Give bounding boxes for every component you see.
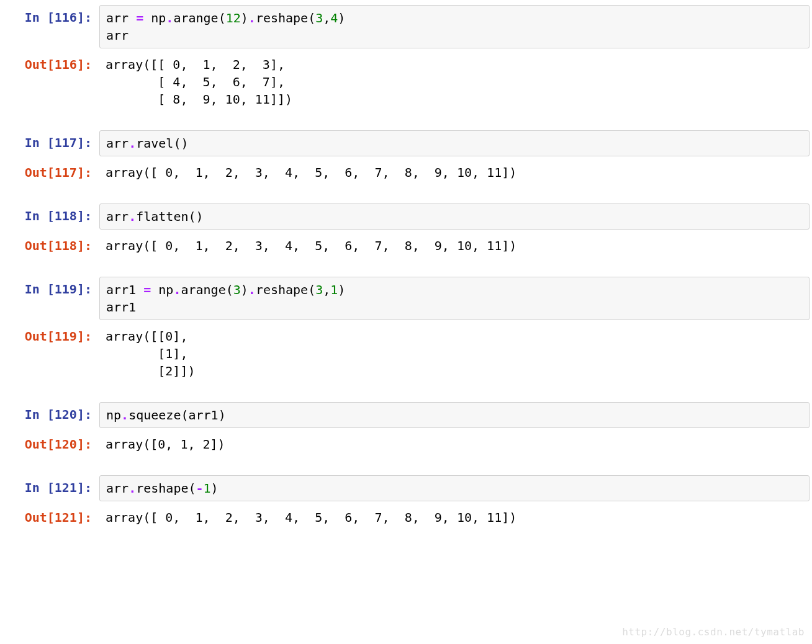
cell-separator [0,387,812,402]
code-token: reshape( [136,481,196,496]
code-token: 3 [233,282,241,297]
code-token: arr [106,28,129,43]
code-input[interactable]: arr.reshape(-1) [99,475,810,501]
input-prompt: In [121]: [0,475,99,501]
output-prompt: Out[119]: [0,324,99,383]
output-text: array([ 0, 1, 2, 3, 4, 5, 6, 7, 8, 9, 10… [99,160,812,185]
cell-separator [0,189,812,203]
output-prompt: Out[121]: [0,505,99,530]
code-token: 1 [204,481,211,496]
output-text: array([[ 0, 1, 2, 3], [ 4, 5, 6, 7], [ 8… [99,52,812,112]
code-token: flatten() [136,209,203,224]
output-text: array([ 0, 1, 2, 3, 4, 5, 6, 7, 8, 9, 10… [99,233,812,258]
code-input[interactable]: arr1 = np.arange(3).reshape(3,1) arr1 [99,277,810,320]
input-prompt: In [119]: [0,277,99,320]
code-token: = [136,11,143,25]
cell-input: In [117]:arr.ravel() [0,130,812,156]
code-token: . [166,11,173,25]
cell-input: In [120]:np.squeeze(arr1) [0,402,812,428]
code-token: 4 [330,11,338,25]
code-input[interactable]: arr = np.arange(12).reshape(3,4) arr [99,5,810,48]
output-text: array([ 0, 1, 2, 3, 4, 5, 6, 7, 8, 9, 10… [99,505,812,530]
cell-input: In [121]:arr.reshape(-1) [0,475,812,501]
code-token: , [323,11,330,25]
code-token: np [106,408,121,423]
notebook-area: In [116]:arr = np.arange(12).reshape(3,4… [0,5,812,530]
code-token: reshape( [256,282,315,297]
code-token: ravel() [136,136,188,151]
code-token: , [323,282,330,297]
cell-separator [0,460,812,475]
output-text: array([[0], [1], [2]]) [99,324,812,383]
output-prompt: Out[116]: [0,52,99,112]
code-token: arr [106,11,136,25]
code-input[interactable]: arr.ravel() [99,130,810,156]
code-token: arange( [173,11,225,25]
code-token: np [151,282,173,297]
code-token: . [173,282,181,297]
code-token: 3 [315,282,323,297]
code-token: . [129,209,136,224]
code-token: - [196,481,204,496]
output-prompt: Out[117]: [0,160,99,185]
cell-output: Out[121]:array([ 0, 1, 2, 3, 4, 5, 6, 7,… [0,505,812,530]
code-token: ) [241,11,248,25]
code-token: . [129,136,136,151]
code-token: = [143,282,151,297]
code-token: arr1 [106,282,143,297]
output-prompt: Out[118]: [0,233,99,258]
cell-separator [0,115,812,130]
cell-output: Out[116]:array([[ 0, 1, 2, 3], [ 4, 5, 6… [0,52,812,112]
input-prompt: In [120]: [0,402,99,428]
output-text: array([0, 1, 2]) [99,432,812,457]
code-token: arange( [181,282,233,297]
code-token: ) [211,481,219,496]
code-token: . [248,282,256,297]
code-token: ) [338,11,345,25]
cell-input: In [119]:arr1 = np.arange(3).reshape(3,1… [0,277,812,320]
cell-output: Out[119]:array([[0], [1], [2]]) [0,324,812,383]
input-prompt: In [116]: [0,5,99,48]
cell-input: In [116]:arr = np.arange(12).reshape(3,4… [0,5,812,48]
code-token: . [129,481,136,496]
code-token: np [143,11,166,25]
code-token: reshape( [256,11,315,25]
code-token: arr [106,136,129,151]
code-token: . [248,11,256,25]
code-token: ) [241,282,248,297]
code-token: arr [106,209,129,224]
code-token: 12 [226,11,241,25]
cell-output: Out[120]:array([0, 1, 2]) [0,432,812,457]
code-input[interactable]: arr.flatten() [99,203,810,230]
cell-output: Out[117]:array([ 0, 1, 2, 3, 4, 5, 6, 7,… [0,160,812,185]
code-token: arr [106,481,129,496]
code-token: squeeze(arr1) [129,408,226,423]
code-input[interactable]: np.squeeze(arr1) [99,402,810,428]
cell-input: In [118]:arr.flatten() [0,203,812,230]
cell-output: Out[118]:array([ 0, 1, 2, 3, 4, 5, 6, 7,… [0,233,812,258]
output-prompt: Out[120]: [0,432,99,457]
code-token: 1 [330,282,338,297]
code-token: . [121,408,129,423]
cell-separator [0,262,812,277]
input-prompt: In [118]: [0,203,99,230]
code-token: ) [338,282,345,297]
input-prompt: In [117]: [0,130,99,156]
code-token: 3 [315,11,323,25]
code-token: arr1 [106,300,136,315]
